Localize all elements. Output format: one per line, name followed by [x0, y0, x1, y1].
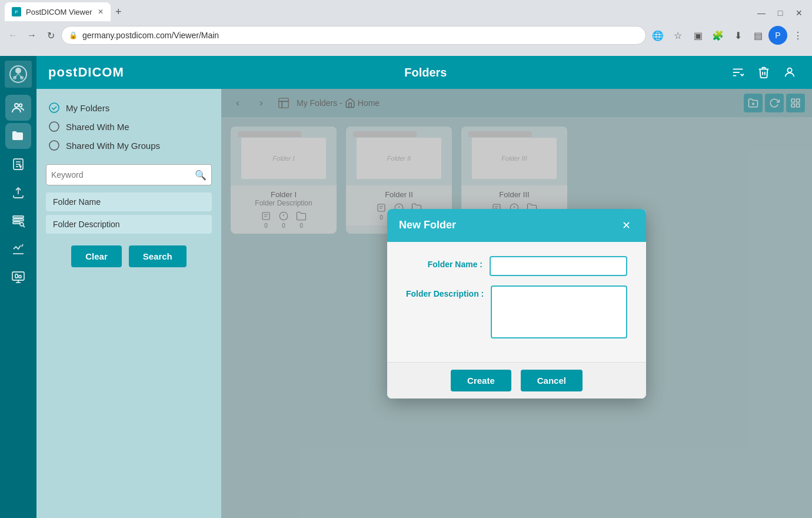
- forward-button[interactable]: →: [24, 27, 40, 44]
- svg-point-28: [49, 122, 59, 131]
- extensions-icon[interactable]: 🧩: [708, 26, 727, 45]
- my-folders-check-icon: [48, 102, 60, 114]
- filter-section: Folder Name Folder Description: [46, 192, 212, 234]
- browser-chrome: P PostDICOM Viewer ✕ + — □ ✕ ← → ↻ 🔒 ger…: [0, 0, 812, 56]
- sidebar-icon-upload[interactable]: [5, 180, 31, 205]
- back-button[interactable]: ←: [5, 27, 21, 44]
- new-folder-modal: New Folder ✕ Folder Name : Folder Descri…: [387, 209, 646, 399]
- svg-point-15: [20, 223, 24, 226]
- modal-folder-description-input[interactable]: [491, 285, 627, 338]
- modal-header: New Folder ✕: [387, 209, 646, 242]
- filter-folder-name[interactable]: Folder Name: [46, 192, 212, 211]
- modal-create-button[interactable]: Create: [451, 370, 511, 391]
- tab-bar: P PostDICOM Viewer ✕ + — □ ✕: [0, 0, 812, 21]
- address-bar-row: ← → ↻ 🔒 germany.postdicom.com/Viewer/Mai…: [0, 21, 812, 49]
- nav-item-shared-with-groups-label: Shared With My Groups: [66, 141, 160, 151]
- app-body: postDICOM Folders: [36, 56, 812, 518]
- modal-folder-name-input[interactable]: [490, 256, 627, 276]
- tab-group-icon[interactable]: ▣: [688, 26, 707, 45]
- main-content: My Folders Shared With Me: [36, 89, 812, 518]
- modal-footer: Create Cancel: [387, 362, 646, 399]
- app-logo-icon: [5, 61, 32, 88]
- sidebar-icon-analytics[interactable]: [5, 236, 31, 262]
- app-logo-text: postDICOM: [48, 65, 124, 80]
- tab-title: PostDICOM Viewer: [26, 8, 92, 16]
- tab-close-button[interactable]: ✕: [98, 8, 104, 16]
- nav-item-shared-with-me-label: Shared With Me: [66, 122, 129, 132]
- modal-folder-name-label: Folder Name :: [406, 256, 482, 269]
- menu-icon[interactable]: ⋮: [788, 26, 807, 45]
- modal-title: New Folder: [399, 219, 456, 231]
- download-icon[interactable]: ⬇: [728, 26, 747, 45]
- svg-point-29: [49, 141, 59, 150]
- svg-point-6: [15, 104, 18, 107]
- search-button[interactable]: Search: [129, 245, 187, 267]
- modal-overlay: New Folder ✕ Folder Name : Folder Descri…: [221, 89, 812, 518]
- svg-rect-12: [13, 216, 24, 218]
- modal-close-button[interactable]: ✕: [618, 217, 634, 234]
- header-actions: [727, 62, 800, 83]
- svg-rect-22: [19, 275, 21, 278]
- svg-point-27: [49, 103, 59, 112]
- browser-toolbar: 🌐 ☆ ▣ 🧩 ⬇ ▤ P ⋮: [648, 26, 807, 45]
- sidebar-icon-notes[interactable]: [5, 151, 31, 177]
- lock-icon: 🔒: [69, 31, 78, 39]
- sidebar-icon-folder[interactable]: [5, 123, 31, 149]
- address-bar-text: germany.postdicom.com/Viewer/Main: [82, 31, 638, 40]
- close-button[interactable]: ✕: [791, 5, 807, 21]
- sidebar-icon-users[interactable]: [5, 95, 31, 121]
- filter-folder-description[interactable]: Folder Description: [46, 215, 212, 234]
- nav-item-shared-with-groups[interactable]: Shared With My Groups: [46, 136, 212, 155]
- svg-line-16: [24, 226, 25, 228]
- keyword-input-wrapper[interactable]: 🔍: [46, 164, 212, 185]
- svg-point-7: [19, 104, 22, 107]
- svg-point-1: [15, 68, 21, 74]
- svg-rect-21: [15, 274, 18, 278]
- svg-rect-14: [13, 222, 20, 224]
- svg-rect-18: [12, 272, 24, 280]
- sort-icon-button[interactable]: [727, 62, 748, 83]
- app-header: postDICOM Folders: [36, 56, 812, 89]
- nav-item-my-folders-label: My Folders: [66, 103, 109, 113]
- translate-icon[interactable]: 🌐: [648, 26, 667, 45]
- address-bar[interactable]: 🔒 germany.postdicom.com/Viewer/Main: [61, 26, 646, 45]
- sidebar-icon-search[interactable]: [5, 208, 31, 234]
- app-container: postDICOM Folders: [0, 56, 812, 518]
- keyword-input[interactable]: [51, 170, 195, 180]
- minimize-button[interactable]: —: [753, 5, 770, 21]
- bookmark-star-icon[interactable]: ☆: [668, 26, 687, 45]
- user-icon-button[interactable]: [779, 62, 800, 83]
- shared-with-groups-circle-icon: [48, 140, 60, 151]
- modal-folder-description-label: Folder Description :: [406, 285, 484, 298]
- page-title: Folders: [124, 66, 727, 79]
- modal-body: Folder Name : Folder Description :: [387, 242, 646, 362]
- modal-cancel-button[interactable]: Cancel: [521, 370, 583, 391]
- maximize-button[interactable]: □: [772, 5, 788, 21]
- sidebar-toggle-icon[interactable]: ▤: [748, 26, 767, 45]
- action-buttons: Clear Search: [46, 245, 212, 267]
- right-panel: ‹ › My Folders -: [221, 89, 812, 518]
- svg-line-4: [15, 74, 18, 78]
- clear-button[interactable]: Clear: [71, 245, 122, 267]
- sidebar-icon-monitor[interactable]: [5, 264, 31, 290]
- trash-icon-button[interactable]: [753, 62, 774, 83]
- svg-line-5: [18, 74, 22, 78]
- new-tab-button[interactable]: +: [111, 2, 127, 21]
- nav-item-shared-with-me[interactable]: Shared With Me: [46, 117, 212, 136]
- nav-item-my-folders[interactable]: My Folders: [46, 98, 212, 117]
- reload-button[interactable]: ↻: [42, 27, 59, 44]
- svg-rect-13: [13, 219, 24, 221]
- profile-icon[interactable]: P: [768, 26, 787, 45]
- svg-point-26: [787, 68, 791, 72]
- icon-sidebar: [0, 56, 36, 518]
- search-section: 🔍: [46, 164, 212, 185]
- modal-folder-description-field: Folder Description :: [406, 285, 627, 338]
- left-panel: My Folders Shared With Me: [36, 89, 221, 518]
- shared-with-me-circle-icon: [48, 121, 60, 132]
- modal-folder-name-field: Folder Name :: [406, 256, 627, 276]
- search-magnifier-icon: 🔍: [195, 170, 207, 181]
- tab-favicon: P: [12, 7, 21, 16]
- browser-tab-active[interactable]: P PostDICOM Viewer ✕: [5, 2, 111, 21]
